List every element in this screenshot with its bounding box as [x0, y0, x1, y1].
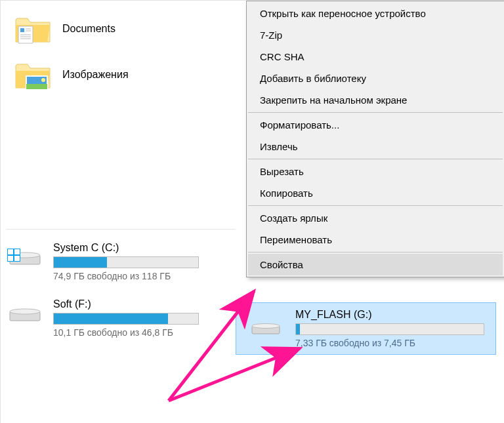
folder-label-pictures: Изображения: [62, 69, 129, 81]
context-menu-item[interactable]: Создать ярлык: [248, 207, 503, 229]
context-menu-item[interactable]: Свойства: [248, 254, 503, 275]
context-menu-separator: [248, 205, 503, 206]
context-menu-item[interactable]: Закрепить на начальном экране: [248, 89, 503, 111]
context-menu-item[interactable]: Переименовать: [248, 229, 503, 251]
drive-body: MY_FLASH (G:) 7,33 ГБ свободно из 7,45 Г…: [295, 309, 484, 348]
svg-point-9: [41, 78, 45, 82]
folder-documents[interactable]: Documents: [6, 6, 229, 52]
context-menu-item[interactable]: Форматировать...: [248, 114, 503, 136]
folder-pictures[interactable]: Изображения: [6, 52, 229, 98]
context-menu-separator: [248, 159, 503, 159]
capacity-bar: [53, 256, 199, 268]
svg-line-22: [169, 348, 300, 401]
capacity-bar: [295, 323, 484, 335]
drive-soft-f[interactable]: Soft (F:) 10,1 ГБ свободно из 46,8 ГБ: [6, 298, 199, 338]
drive-title: Soft (F:): [53, 298, 199, 310]
drive-system-c[interactable]: System C (C:) 74,9 ГБ свободно из 118 ГБ: [6, 242, 199, 281]
context-menu-item[interactable]: Копировать: [248, 182, 503, 204]
context-menu-item[interactable]: Вырезать: [248, 161, 503, 182]
svg-rect-8: [26, 84, 47, 89]
drive-title: System C (C:): [53, 242, 199, 254]
context-menu-item[interactable]: CRC SHA: [248, 46, 503, 68]
context-menu-item[interactable]: Добавить в библиотеку: [248, 68, 503, 89]
context-menu-item[interactable]: Извлечь: [248, 136, 503, 157]
drive-title: MY_FLASH (G:): [295, 309, 484, 321]
folder-pictures-icon: [14, 58, 53, 91]
panel-separator: [6, 229, 236, 230]
hdd-icon: [6, 298, 44, 327]
context-menu-separator: [248, 112, 503, 113]
folder-documents-icon: [14, 12, 53, 45]
folder-label-documents: Documents: [62, 23, 116, 35]
usb-drive-icon: [247, 314, 285, 343]
hdd-system-icon: [6, 242, 44, 271]
svg-rect-14: [14, 249, 20, 254]
svg-point-18: [10, 309, 40, 314]
drive-free-text: 74,9 ГБ свободно из 118 ГБ: [53, 271, 199, 281]
context-menu-item[interactable]: 7-Zip: [248, 24, 503, 46]
drive-free-text: 10,1 ГБ свободно из 46,8 ГБ: [53, 327, 199, 338]
svg-rect-13: [8, 249, 13, 254]
explorer-window: Documents Изображения: [0, 0, 504, 423]
context-menu-separator: [248, 252, 503, 252]
capacity-bar: [53, 313, 199, 325]
drive-free-text: 7,33 ГБ свободно из 7,45 ГБ: [295, 338, 484, 348]
svg-rect-16: [14, 256, 20, 261]
drive-body: System C (C:) 74,9 ГБ свободно из 118 ГБ: [53, 242, 199, 281]
folders-panel: Documents Изображения: [6, 6, 229, 98]
svg-point-20: [252, 324, 280, 329]
svg-rect-15: [8, 256, 13, 261]
drive-body: Soft (F:) 10,1 ГБ свободно из 46,8 ГБ: [53, 298, 199, 338]
svg-rect-1: [20, 28, 24, 32]
context-menu-item[interactable]: Открыть как переносное устройство: [248, 3, 503, 24]
context-menu[interactable]: Открыть как переносное устройство7-ZipCR…: [246, 1, 504, 277]
drive-myflash-g[interactable]: MY_FLASH (G:) 7,33 ГБ свободно из 7,45 Г…: [236, 302, 496, 355]
